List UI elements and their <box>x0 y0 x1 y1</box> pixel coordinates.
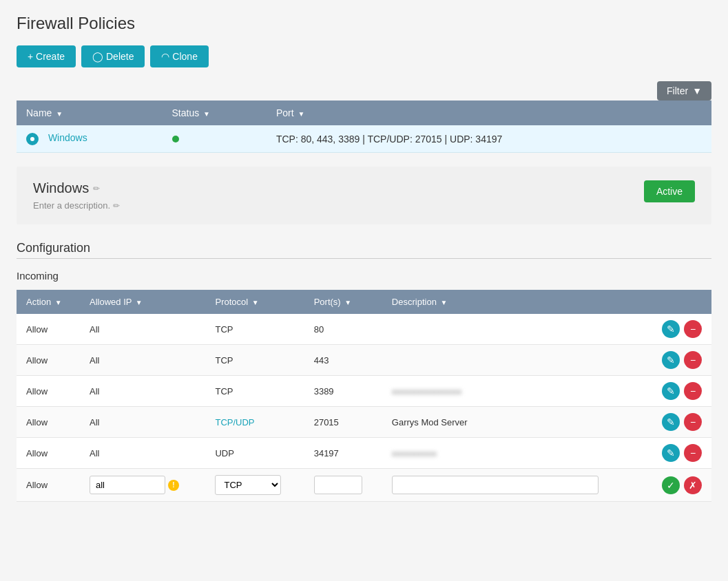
col-ports: Port(s) ▼ <box>304 290 382 314</box>
rule-action: Allow <box>17 314 80 345</box>
detail-description: Enter a description. ✏ <box>33 200 120 211</box>
rule-row: Allow All TCP 80 ✎ − <box>17 314 711 345</box>
new-rule-row: Allow ! TCP UDP TCP/UDP ✓ ✗ <box>17 469 711 502</box>
new-rule-protocol-cell: TCP UDP TCP/UDP <box>205 469 304 502</box>
new-rule-description-cell <box>382 469 643 502</box>
info-icon[interactable]: ! <box>168 480 179 491</box>
status-dot <box>172 136 179 142</box>
rule-desc-cell <box>382 314 643 345</box>
table-header-row: Name ▼ Status ▼ Port ▼ <box>17 101 711 125</box>
rule-port: 27015 <box>304 407 382 438</box>
remove-rule-button[interactable]: − <box>684 320 702 338</box>
policy-name[interactable]: Windows <box>48 132 87 143</box>
rule-port: 443 <box>304 345 382 376</box>
new-rule-allowed-ip-input[interactable] <box>90 476 165 494</box>
new-rule-description-input[interactable] <box>392 476 599 494</box>
edit-rule-button[interactable]: ✎ <box>662 351 680 369</box>
action-sort-icon[interactable]: ▼ <box>55 299 62 306</box>
rule-protocol: TCP <box>205 376 304 407</box>
edit-rule-button[interactable]: ✎ <box>662 413 680 431</box>
rule-row: Allow All UDP 34197 ●●●●●●●●● ✎ − <box>17 438 711 469</box>
col-actions-header <box>643 290 711 314</box>
remove-rule-button[interactable]: − <box>684 444 702 462</box>
edit-rule-button[interactable]: ✎ <box>662 382 680 400</box>
rule-port: 80 <box>304 314 382 345</box>
filter-label: Filter <box>667 85 688 96</box>
toolbar: + Create ◯ Delete ◠ Clone <box>17 45 711 67</box>
rule-allowed-ip: All <box>80 314 205 345</box>
col-protocol: Protocol ▼ <box>205 290 304 314</box>
rule-action-icons: ✎ − <box>643 345 711 376</box>
rule-header-row: Action ▼ Allowed IP ▼ Protocol ▼ Port(s)… <box>17 290 711 314</box>
port-sort-icon[interactable]: ▼ <box>298 110 304 118</box>
remove-rule-button[interactable]: − <box>684 351 702 369</box>
col-action: Action ▼ <box>17 290 80 314</box>
allowedip-sort-icon[interactable]: ▼ <box>136 299 143 306</box>
rule-protocol: TCP <box>205 314 304 345</box>
rule-action: Allow <box>17 438 80 469</box>
filter-bar: Filter ▼ <box>17 81 711 101</box>
new-rule-port-input[interactable] <box>314 476 362 494</box>
rule-allowed-ip: All <box>80 345 205 376</box>
policies-table: Name ▼ Status ▼ Port ▼ Windows <box>17 101 711 153</box>
protocol-sort-icon[interactable]: ▼ <box>252 299 259 306</box>
incoming-title: Incoming <box>17 270 711 282</box>
clone-button[interactable]: ◠ Clone <box>150 45 208 67</box>
rule-description: ●●●●●●●●● <box>392 449 437 458</box>
policy-name-cell: Windows <box>17 125 163 153</box>
cancel-rule-button[interactable]: ✗ <box>684 476 702 494</box>
col-allowed-ip: Allowed IP ▼ <box>80 290 205 314</box>
remove-rule-button[interactable]: − <box>684 413 702 431</box>
desc-edit-icon[interactable]: ✏ <box>113 201 120 211</box>
detail-left: Windows ✏ Enter a description. ✏ <box>33 180 120 211</box>
rule-protocol: TCP <box>205 345 304 376</box>
policy-port-cell: TCP: 80, 443, 3389 | TCP/UDP: 27015 | UD… <box>267 125 711 153</box>
table-row[interactable]: Windows TCP: 80, 443, 3389 | TCP/UDP: 27… <box>17 125 711 153</box>
rule-desc-cell: ●●●●●●●●●●●●●● <box>382 376 643 407</box>
desc-sort-icon[interactable]: ▼ <box>441 299 448 306</box>
col-header-port: Port ▼ <box>267 101 711 125</box>
rule-allowed-ip: All <box>80 438 205 469</box>
col-header-status: Status ▼ <box>163 101 267 125</box>
remove-rule-button[interactable]: − <box>684 382 702 400</box>
create-button[interactable]: + Create <box>17 45 76 67</box>
rules-table: Action ▼ Allowed IP ▼ Protocol ▼ Port(s)… <box>17 290 711 502</box>
config-divider <box>17 258 711 259</box>
confirm-rule-button[interactable]: ✓ <box>662 476 680 494</box>
new-rule-protocol-select[interactable]: TCP UDP TCP/UDP <box>215 475 281 495</box>
config-section: Configuration Incoming Action ▼ Allowed … <box>17 241 711 502</box>
new-rule-confirm-icons: ✓ ✗ <box>643 469 711 502</box>
detail-section: Windows ✏ Enter a description. ✏ Active <box>17 167 711 224</box>
rule-action: Allow <box>17 376 80 407</box>
policy-status-cell <box>163 125 267 153</box>
title-edit-icon[interactable]: ✏ <box>93 184 100 193</box>
edit-rule-button[interactable]: ✎ <box>662 444 680 462</box>
rule-protocol: TCP/UDP <box>205 407 304 438</box>
rule-action-icons: ✎ − <box>643 314 711 345</box>
col-header-name: Name ▼ <box>17 101 163 125</box>
rule-allowed-ip: All <box>80 376 205 407</box>
new-rule-port-cell <box>304 469 382 502</box>
row-radio[interactable] <box>26 133 39 145</box>
rule-protocol: UDP <box>205 438 304 469</box>
new-rule-action: Allow <box>17 469 80 502</box>
filter-button[interactable]: Filter ▼ <box>657 81 711 101</box>
delete-button[interactable]: ◯ Delete <box>81 45 145 67</box>
col-description: Description ▼ <box>382 290 643 314</box>
rule-row: Allow All TCP 443 ✎ − <box>17 345 711 376</box>
rule-desc-cell: Garrys Mod Server <box>382 407 643 438</box>
name-sort-icon[interactable]: ▼ <box>56 110 63 118</box>
active-button[interactable]: Active <box>644 180 695 202</box>
rule-desc-cell: ●●●●●●●●● <box>382 438 643 469</box>
config-title: Configuration <box>17 241 711 255</box>
rule-action: Allow <box>17 407 80 438</box>
rule-action-icons: ✎ − <box>643 438 711 469</box>
rule-allowed-ip: All <box>80 407 205 438</box>
page-title: Firewall Policies <box>17 14 711 33</box>
ports-sort-icon[interactable]: ▼ <box>344 299 351 306</box>
edit-rule-button[interactable]: ✎ <box>662 320 680 338</box>
rule-port: 34197 <box>304 438 382 469</box>
status-sort-icon[interactable]: ▼ <box>203 110 210 118</box>
new-rule-allowed-ip-cell: ! <box>80 469 205 502</box>
rule-action-icons: ✎ − <box>643 376 711 407</box>
